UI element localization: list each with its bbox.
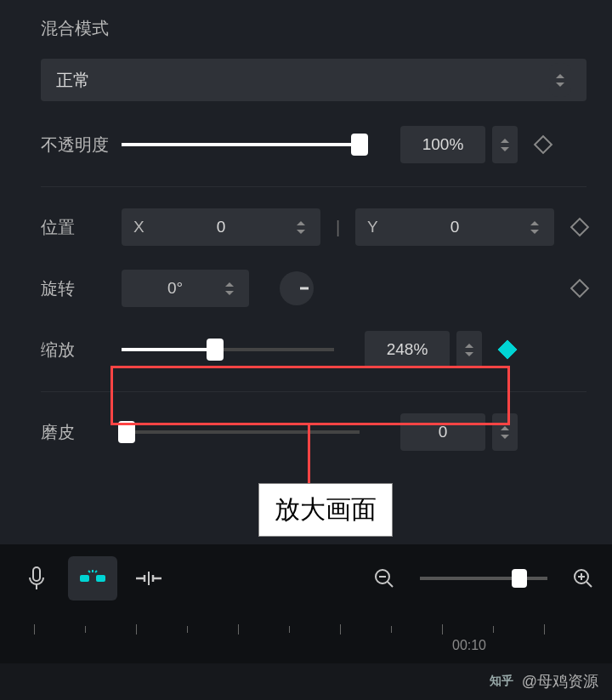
smooth-value[interactable]: 0	[400, 413, 485, 451]
split-tool-button[interactable]	[68, 556, 117, 600]
position-y-stepper[interactable]	[522, 221, 547, 234]
scale-label: 缩放	[41, 339, 122, 361]
position-y-field[interactable]: Y 0	[355, 208, 554, 246]
annotation-line	[308, 425, 310, 485]
opacity-stepper[interactable]	[492, 126, 518, 163]
zoom-in-button[interactable]	[566, 556, 600, 600]
position-row: 位置 X 0 | Y 0	[41, 208, 586, 247]
rotation-label: 旋转	[41, 277, 122, 300]
opacity-value[interactable]: 100%	[400, 126, 485, 163]
scale-keyframe-icon[interactable]	[498, 340, 518, 360]
position-keyframe-icon[interactable]	[570, 218, 590, 237]
rotation-field[interactable]: 0°	[122, 270, 249, 307]
properties-panel: 混合模式 正常 不透明度 100% 位置 X 0 | Y 0	[0, 0, 612, 544]
svg-line-10	[388, 582, 393, 587]
scale-value[interactable]: 248%	[365, 331, 450, 368]
svg-line-14	[586, 582, 592, 587]
toolbar	[0, 544, 612, 612]
timeline-ruler[interactable]: 00:10	[0, 612, 612, 663]
align-button[interactable]	[124, 556, 173, 600]
annotation-callout: 放大画面	[258, 483, 393, 537]
rotation-value: 0°	[133, 279, 217, 298]
watermark-user: @母鸡资源	[522, 671, 598, 691]
zhihu-logo-icon: 知乎	[486, 674, 517, 689]
zoom-out-icon	[373, 567, 395, 589]
position-x-value: 0	[154, 218, 288, 236]
position-separator: |	[336, 218, 340, 237]
align-icon	[134, 568, 163, 589]
svg-rect-2	[80, 575, 89, 582]
smooth-label: 磨皮	[41, 421, 122, 444]
opacity-slider[interactable]	[122, 143, 360, 146]
mic-icon	[26, 566, 48, 591]
scale-stepper[interactable]	[456, 331, 482, 368]
position-x-stepper[interactable]	[288, 221, 314, 234]
timeline-label: 00:10	[452, 638, 486, 653]
split-icon	[78, 568, 107, 589]
position-y-value: 0	[388, 218, 522, 236]
zoom-in-icon	[572, 567, 594, 589]
watermark: 知乎 @母鸡资源	[486, 671, 598, 691]
dropdown-stepper-icon	[549, 63, 571, 97]
rotation-row: 旋转 0°	[41, 269, 586, 308]
divider	[41, 391, 586, 392]
position-label: 位置	[41, 216, 122, 239]
scale-row: 缩放 248%	[41, 330, 586, 369]
rotation-wheel-icon[interactable]	[280, 271, 314, 305]
svg-rect-3	[96, 575, 105, 582]
rotation-keyframe-icon[interactable]	[570, 279, 590, 299]
smooth-slider[interactable]	[122, 430, 360, 434]
opacity-keyframe-icon[interactable]	[534, 135, 553, 155]
blend-mode-label: 混合模式	[41, 17, 586, 40]
svg-rect-0	[33, 567, 40, 581]
divider	[41, 186, 586, 187]
blend-mode-dropdown[interactable]: 正常	[41, 59, 586, 101]
scale-slider[interactable]	[122, 348, 334, 351]
mic-button[interactable]	[12, 556, 61, 600]
blend-mode-value: 正常	[56, 69, 90, 92]
opacity-label: 不透明度	[41, 134, 122, 157]
smooth-row: 磨皮 0	[41, 413, 586, 452]
opacity-row: 不透明度 100%	[41, 125, 586, 164]
zoom-slider[interactable]	[420, 577, 547, 580]
position-x-field[interactable]: X 0	[122, 208, 320, 246]
svg-line-5	[88, 571, 90, 572]
svg-line-6	[95, 571, 97, 572]
smooth-stepper[interactable]	[492, 413, 518, 451]
zoom-out-button[interactable]	[367, 556, 401, 600]
rotation-stepper[interactable]	[217, 282, 242, 295]
